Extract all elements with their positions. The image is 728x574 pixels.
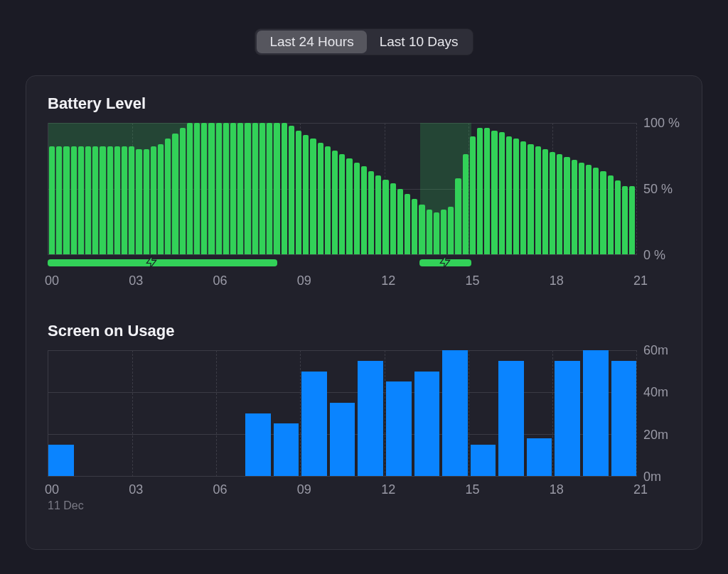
time-range-segmented: Last 24 Hours Last 10 Days <box>255 28 473 55</box>
battery-bar <box>144 149 149 254</box>
battery-bar <box>107 146 113 254</box>
usage-bar <box>583 350 609 476</box>
battery-bar <box>223 123 229 254</box>
battery-bar <box>615 180 621 254</box>
battery-bar <box>499 132 505 254</box>
battery-bar <box>346 158 352 254</box>
battery-bar <box>470 136 476 255</box>
battery-bar <box>332 151 338 254</box>
battery-xtick: 09 <box>297 274 311 288</box>
usage-xtick: 06 <box>213 482 228 497</box>
battery-bar <box>579 163 584 255</box>
battery-bar <box>318 143 323 254</box>
battery-bar <box>506 136 512 255</box>
usage-xtick: 21 <box>633 482 648 497</box>
battery-bar <box>289 126 294 254</box>
battery-bar <box>56 146 62 254</box>
battery-bar <box>49 146 55 254</box>
battery-bar <box>368 171 374 254</box>
battery-bar <box>245 123 250 254</box>
battery-bar <box>122 146 127 254</box>
battery-bar <box>339 154 345 254</box>
battery-chart-title: Battery Level <box>48 94 680 113</box>
usage-chart-title: Screen on Usage <box>48 322 680 340</box>
battery-bar <box>463 154 469 254</box>
battery-bar <box>448 207 454 254</box>
battery-xtick: 03 <box>129 274 143 288</box>
battery-bar <box>151 146 156 254</box>
charging-segment <box>48 259 277 266</box>
segment-24h[interactable]: Last 24 Hours <box>257 31 366 53</box>
battery-usage-card: Battery Level 0003060912151821 100 % 50 … <box>26 75 702 550</box>
battery-y-axis: 100 % 50 % 0 % <box>636 123 680 255</box>
battery-bar <box>608 175 614 254</box>
battery-bar <box>405 194 410 254</box>
battery-bar <box>412 199 417 254</box>
battery-bar <box>267 123 272 254</box>
usage-ytick-40: 40m <box>643 385 668 400</box>
battery-bar <box>427 210 432 254</box>
battery-bar <box>520 141 526 254</box>
battery-bar <box>491 131 497 254</box>
battery-ytick-50: 50 % <box>643 182 673 197</box>
usage-plot-area <box>48 350 636 477</box>
battery-bar <box>477 128 483 254</box>
battery-bar <box>252 123 258 254</box>
battery-bar <box>375 175 381 254</box>
date-label: 11 Dec <box>48 499 636 512</box>
usage-bar <box>555 361 580 476</box>
usage-bar <box>245 413 271 477</box>
battery-bar <box>63 146 69 254</box>
battery-bar <box>629 186 635 254</box>
usage-xtick: 00 <box>45 482 59 497</box>
screen-on-usage-chart: Screen on Usage 0003060912151821 11 Dec … <box>48 322 680 512</box>
battery-bar <box>593 168 599 254</box>
battery-bar <box>434 212 439 254</box>
battery-bar <box>85 146 91 254</box>
usage-bar <box>442 350 468 476</box>
battery-xtick: 12 <box>381 274 395 288</box>
usage-x-axis: 0003060912151821 <box>48 481 636 499</box>
battery-bar <box>92 146 98 254</box>
usage-xtick: 03 <box>129 482 143 497</box>
battery-bar <box>303 135 309 254</box>
battery-bar <box>114 146 120 254</box>
battery-bars <box>48 123 636 254</box>
battery-bar <box>136 149 141 254</box>
usage-xtick: 09 <box>297 482 311 497</box>
battery-bar <box>78 146 84 254</box>
battery-bar <box>187 123 193 254</box>
usage-bar <box>386 381 412 476</box>
battery-bar <box>542 149 548 254</box>
usage-xtick: 12 <box>381 482 395 497</box>
usage-xtick: 15 <box>465 482 479 497</box>
battery-bar <box>71 146 77 254</box>
battery-bar <box>564 157 569 254</box>
battery-bar <box>230 123 236 254</box>
battery-ytick-0: 0 % <box>643 248 665 263</box>
battery-bar <box>165 139 171 254</box>
usage-y-axis: 60m 40m 20m 0m <box>636 350 680 477</box>
charging-bolt-icon <box>438 254 452 271</box>
usage-bars <box>48 350 636 476</box>
battery-bar <box>390 183 396 254</box>
usage-bar <box>527 438 552 476</box>
battery-bar <box>274 123 279 254</box>
battery-bar <box>296 131 301 254</box>
battery-bar <box>586 165 592 254</box>
battery-xtick: 18 <box>550 274 564 288</box>
usage-bar <box>414 372 440 477</box>
battery-level-chart: Battery Level 0003060912151821 100 % 50 … <box>48 94 680 291</box>
battery-bar <box>550 152 555 254</box>
battery-xtick: 06 <box>213 274 228 288</box>
battery-xtick: 15 <box>465 274 479 288</box>
usage-bar <box>498 361 524 476</box>
battery-xtick: 21 <box>633 274 648 288</box>
battery-bar <box>194 123 200 254</box>
usage-bar <box>330 403 355 476</box>
battery-bar <box>455 178 461 254</box>
usage-bar <box>471 445 496 476</box>
segment-10d[interactable]: Last 10 Days <box>367 31 471 53</box>
battery-bar <box>325 146 331 254</box>
usage-bar <box>48 445 74 476</box>
